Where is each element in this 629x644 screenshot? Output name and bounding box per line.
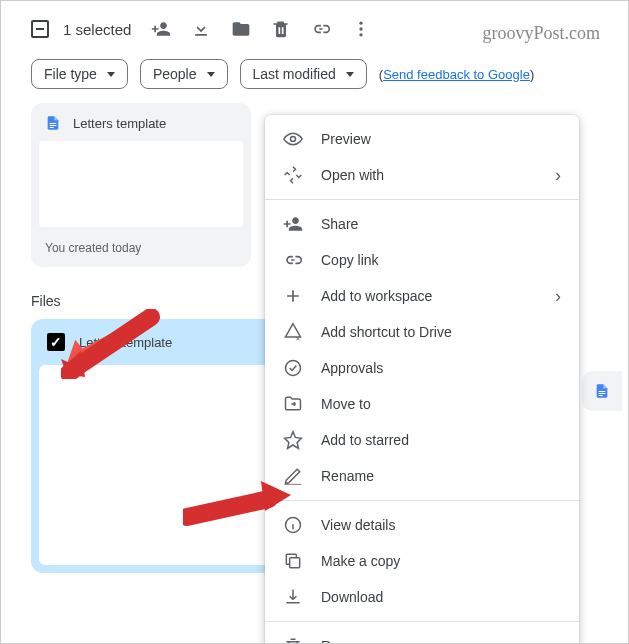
- menu-label: Move to: [321, 396, 371, 412]
- svg-rect-7: [599, 393, 606, 394]
- menu-make-copy[interactable]: Make a copy: [265, 543, 579, 579]
- link-icon[interactable]: [311, 19, 331, 39]
- svg-rect-5: [50, 127, 54, 128]
- trash-icon[interactable]: [271, 19, 291, 39]
- menu-label: Copy link: [321, 252, 379, 268]
- svg-rect-12: [290, 558, 300, 568]
- chevron-down-icon: [107, 72, 115, 77]
- menu-label: View details: [321, 517, 395, 533]
- download-icon: [283, 587, 303, 607]
- menu-add-starred[interactable]: Add to starred: [265, 422, 579, 458]
- menu-label: Add to workspace: [321, 288, 432, 304]
- approvals-icon: [283, 358, 303, 378]
- move-folder-icon[interactable]: [231, 19, 251, 39]
- menu-move-to[interactable]: Move to: [265, 386, 579, 422]
- svg-point-2: [360, 33, 363, 36]
- menu-label: Rename: [321, 468, 374, 484]
- svg-point-1: [360, 27, 363, 30]
- link-icon: [283, 250, 303, 270]
- menu-view-details[interactable]: View details: [265, 507, 579, 543]
- filter-chip-filetype[interactable]: File type: [31, 59, 128, 89]
- menu-label: Add shortcut to Drive: [321, 324, 452, 340]
- card-thumbnail: [39, 141, 243, 227]
- menu-download[interactable]: Download: [265, 579, 579, 615]
- chip-label: File type: [44, 66, 97, 82]
- menu-share[interactable]: Share: [265, 206, 579, 242]
- annotation-arrow: [61, 309, 161, 379]
- chevron-right-icon: ›: [555, 166, 561, 184]
- card-title: Letters template: [73, 116, 166, 131]
- svg-rect-8: [599, 395, 603, 396]
- plus-icon: [283, 286, 303, 306]
- chip-label: People: [153, 66, 197, 82]
- annotation-arrow: [183, 481, 293, 531]
- menu-remove[interactable]: Remove: [265, 628, 579, 644]
- svg-rect-3: [50, 123, 57, 124]
- adjacent-file-card[interactable]: [582, 371, 622, 411]
- svg-point-0: [360, 22, 363, 25]
- copy-icon: [283, 551, 303, 571]
- filter-chip-people[interactable]: People: [140, 59, 228, 89]
- menu-approvals[interactable]: Approvals: [265, 350, 579, 386]
- menu-divider: [265, 500, 579, 501]
- menu-label: Approvals: [321, 360, 383, 376]
- selection-indicator[interactable]: 1 selected: [31, 20, 131, 38]
- share-person-icon: [283, 214, 303, 234]
- selection-checkbox-icon: [31, 20, 49, 38]
- chip-label: Last modified: [253, 66, 336, 82]
- open-with-icon: [283, 165, 303, 185]
- menu-add-workspace[interactable]: Add to workspace ›: [265, 278, 579, 314]
- context-menu: Preview Open with › Share Copy link Add …: [265, 115, 579, 644]
- svg-point-10: [286, 361, 301, 376]
- download-icon[interactable]: [191, 19, 211, 39]
- eye-icon: [283, 129, 303, 149]
- share-person-icon[interactable]: [151, 19, 171, 39]
- chevron-right-icon: ›: [555, 287, 561, 305]
- svg-rect-6: [599, 391, 606, 392]
- menu-add-shortcut[interactable]: Add shortcut to Drive: [265, 314, 579, 350]
- chevron-down-icon: [207, 72, 215, 77]
- menu-label: Add to starred: [321, 432, 409, 448]
- menu-label: Preview: [321, 131, 371, 147]
- svg-rect-4: [50, 125, 57, 126]
- menu-copy-link[interactable]: Copy link: [265, 242, 579, 278]
- menu-label: Share: [321, 216, 358, 232]
- chevron-down-icon: [346, 72, 354, 77]
- move-folder-icon: [283, 394, 303, 414]
- svg-marker-16: [261, 481, 291, 511]
- menu-divider: [265, 621, 579, 622]
- selection-count: 1 selected: [63, 21, 131, 38]
- suggested-card[interactable]: Letters template You created today: [31, 103, 251, 267]
- card-header: Letters template: [31, 103, 251, 141]
- menu-label: Make a copy: [321, 553, 400, 569]
- google-docs-icon: [45, 113, 61, 133]
- trash-icon: [283, 636, 303, 644]
- menu-divider: [265, 199, 579, 200]
- drive-shortcut-icon: [283, 322, 303, 342]
- toolbar-left: 1 selected: [31, 19, 371, 39]
- menu-label: Download: [321, 589, 383, 605]
- filter-chip-lastmodified[interactable]: Last modified: [240, 59, 367, 89]
- star-icon: [283, 430, 303, 450]
- menu-open-with[interactable]: Open with ›: [265, 157, 579, 193]
- overflow-icon[interactable]: [351, 19, 371, 39]
- watermark: groovyPost.com: [482, 23, 600, 44]
- feedback-text: (Send feedback to Google): [379, 67, 534, 82]
- filter-row: File type People Last modified (Send fee…: [1, 49, 628, 103]
- menu-label: Open with: [321, 167, 384, 183]
- svg-point-9: [291, 137, 296, 142]
- menu-rename[interactable]: Rename: [265, 458, 579, 494]
- feedback-link[interactable]: Send feedback to Google: [383, 67, 530, 82]
- menu-preview[interactable]: Preview: [265, 121, 579, 157]
- card-footer: You created today: [31, 227, 251, 267]
- google-docs-icon: [594, 381, 610, 401]
- menu-label: Remove: [321, 638, 373, 644]
